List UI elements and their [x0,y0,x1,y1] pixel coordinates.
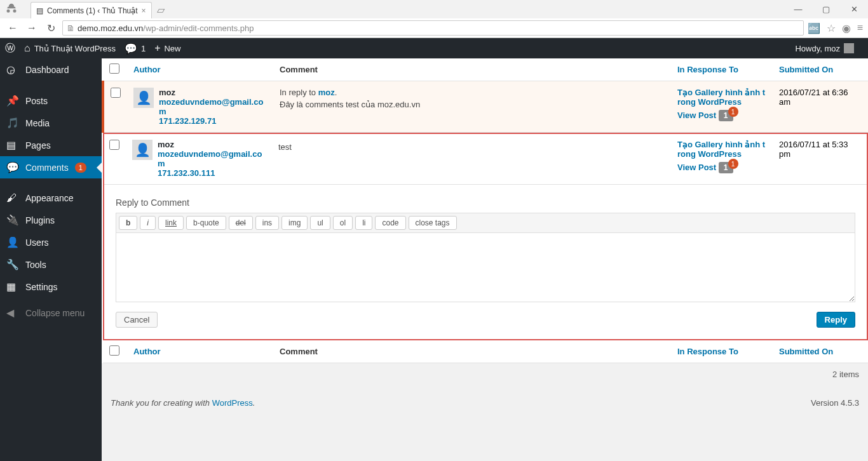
select-all-checkbox[interactable] [109,63,119,74]
menu-pages[interactable]: ▤Pages [0,134,102,156]
response-title[interactable]: Tạo Gallery hình ảnh trong WordPress [677,140,765,159]
qt-bold-button[interactable]: b [119,216,137,230]
new-tab-button[interactable]: ▱ [157,4,165,16]
browser-chrome: ▤ Comments (1) ‹ Thủ Thuật × ▱ — ▢ ✕ ← →… [0,0,868,38]
qt-del-button[interactable]: del [229,216,253,230]
minimize-button[interactable]: — [784,0,812,18]
site-name-link[interactable]: ⌂Thủ Thuật WordPress [24,43,116,54]
collapse-menu[interactable]: ◀Collapse menu [0,302,102,324]
quicktags-toolbar: b i link b-quote del ins img ul [116,213,855,232]
author-email[interactable]: mozeduvndemo@gmail.com [158,149,262,168]
browser-navbar: ← → ↻ 🗎 demo.moz.edu.vn/wp-admin/edit-co… [0,18,868,37]
close-button[interactable]: ✕ [840,0,868,18]
url-bar[interactable]: 🗎 demo.moz.edu.vn/wp-admin/edit-comments… [62,20,804,36]
menu-comments[interactable]: 💬Comments1 [0,156,102,178]
row-checkbox[interactable] [111,88,121,98]
qt-code-button[interactable]: code [375,216,405,230]
menu-appearance[interactable]: 🖌Appearance [0,187,102,209]
forward-button[interactable]: → [24,22,39,34]
date-header[interactable]: Submitted On [779,347,833,356]
author-name: moz [159,88,267,97]
bookmark-icon[interactable]: ☆ [827,22,836,34]
author-name: moz [158,140,266,149]
wordpress-link[interactable]: WordPress [212,398,253,408]
menu-icon[interactable]: ≡ [857,22,863,34]
wp-logo[interactable]: ⓦ [5,42,15,55]
reply-editor: Reply to Comment b i link b-quote del in… [109,191,862,334]
menu-dashboard[interactable]: ◶Dashboard [0,58,102,81]
content-area: Author Comment In Response To Submitted … [102,58,868,461]
tab-title: Comments (1) ‹ Thủ Thuật [47,6,138,15]
back-button[interactable]: ← [5,22,20,34]
url-path: /wp-admin/edit-comments.php [143,23,254,33]
author-ip[interactable]: 171.232.30.111 [158,168,215,178]
qt-img-button[interactable]: img [281,216,308,230]
row-checkbox[interactable] [109,140,119,150]
menu-posts[interactable]: 📌Posts [0,90,102,112]
comment-count-bubble[interactable]: 1 1 [719,163,733,172]
comments-badge: 1 [75,163,86,173]
translate-icon[interactable]: 🔤 [808,22,820,34]
reply-button[interactable]: Reply [817,312,855,328]
menu-label: Collapse menu [25,308,85,318]
items-count: 2 items [102,363,868,385]
author-header[interactable]: Author [133,347,161,356]
howdy-account[interactable]: Howdy, moz [795,43,854,53]
navbar-right: 🔤 ☆ ◉ ≡ [808,22,863,34]
in-reply-link[interactable]: moz [318,88,335,97]
pending-dot: 1 [728,107,738,117]
wp-footer: Thank you for creating with WordPress. V… [111,398,859,408]
response-title[interactable]: Tạo Gallery hình ảnh trong WordPress [677,88,765,107]
qt-li-button[interactable]: li [355,216,372,230]
view-post-link[interactable]: View Post [677,110,716,120]
qt-close-button[interactable]: close tags [409,216,457,230]
qt-ul-button[interactable]: ul [310,216,330,230]
pending-dot: 1 [728,159,738,169]
response-header[interactable]: In Response To [677,347,738,356]
window-controls: — ▢ ✕ [784,0,868,18]
browser-tab-bar: ▤ Comments (1) ‹ Thủ Thuật × ▱ — ▢ ✕ [0,0,868,18]
view-post-link[interactable]: View Post [677,163,716,172]
qt-ol-button[interactable]: ol [333,216,353,230]
select-all-checkbox-bottom[interactable] [109,345,119,356]
table-footer: Author Comment In Response To Submitted … [103,340,868,363]
comment-notification[interactable]: 💬1 [125,43,146,55]
wp-admin-bar: ⓦ ⌂Thủ Thuật WordPress 💬1 +New Howdy, mo… [0,38,868,58]
menu-settings[interactable]: ▦Settings [0,276,102,298]
in-reply-prefix: In reply to [280,88,318,97]
globe-icon[interactable]: ◉ [842,22,851,34]
qt-bquote-button[interactable]: b-quote [186,216,226,230]
qt-italic-button[interactable]: i [140,216,156,230]
menu-media[interactable]: 🎵Media [0,112,102,134]
menu-label: Appearance [25,193,74,203]
comments-table: Author Comment In Response To Submitted … [102,58,868,363]
browser-tab[interactable]: ▤ Comments (1) ‹ Thủ Thuật × [31,2,152,18]
reload-button[interactable]: ↻ [43,22,58,34]
version-text: Version 4.5.3 [811,398,859,408]
cancel-button[interactable]: Cancel [116,312,158,328]
comment-content: Đây là comments test của moz.edu.vn [280,100,665,109]
qt-link-button[interactable]: link [158,216,184,230]
menu-label: Users [25,237,49,248]
author-email[interactable]: mozeduvndemo@gmail.com [159,97,263,116]
comment-header: Comment [280,347,318,356]
comment-header: Comment [280,65,318,74]
comment-row-active: 👤 moz mozeduvndemo@gmail.com 171.232.30.… [103,133,868,341]
menu-label: Media [25,118,50,128]
author-ip[interactable]: 171.232.129.71 [159,116,216,126]
author-header[interactable]: Author [133,65,161,74]
maximize-button[interactable]: ▢ [812,0,840,18]
reply-textarea[interactable] [116,232,855,302]
qt-ins-button[interactable]: ins [255,216,279,230]
date-header[interactable]: Submitted On [779,65,833,74]
reply-title: Reply to Comment [116,197,855,208]
comment-count-bubble[interactable]: 1 1 [719,110,733,120]
menu-users[interactable]: 👤Users [0,231,102,253]
menu-label: Dashboard [25,65,69,75]
menu-plugins[interactable]: 🔌Plugins [0,209,102,231]
close-icon[interactable]: × [142,6,146,15]
menu-label: Plugins [25,215,55,225]
menu-tools[interactable]: 🔧Tools [0,253,102,276]
new-content-link[interactable]: +New [154,43,180,54]
response-header[interactable]: In Response To [677,65,738,74]
